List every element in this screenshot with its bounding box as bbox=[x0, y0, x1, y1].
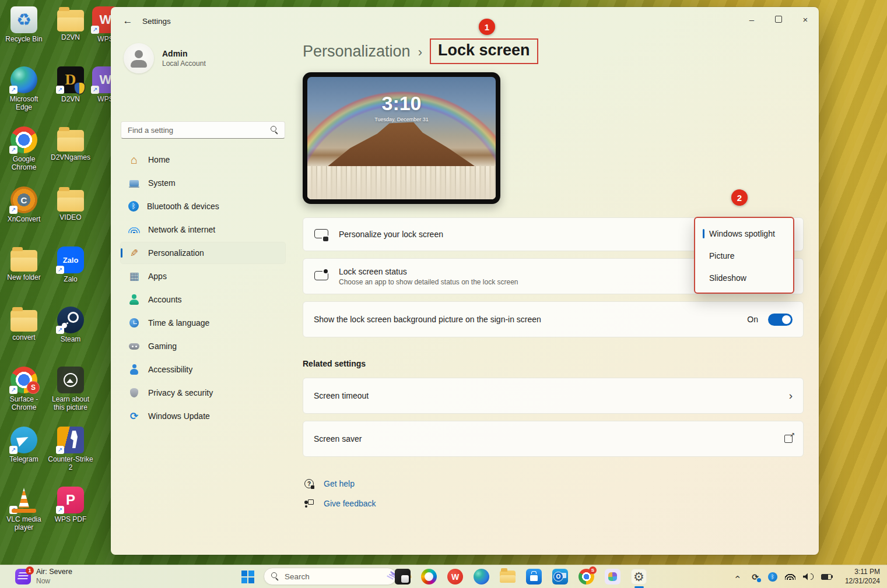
wps-office-icon[interactable] bbox=[447, 569, 463, 585]
minimize-button[interactable]: – bbox=[738, 7, 765, 31]
desktop-icon-xnconvert[interactable]: ↗XnConvert bbox=[1, 184, 47, 244]
widgets-button[interactable]: 1 Air: Severe Now bbox=[15, 565, 72, 588]
taskbar-search-box[interactable] bbox=[264, 568, 397, 585]
microsoft-store-icon[interactable] bbox=[526, 569, 542, 585]
desktop-icon-convert[interactable]: convert bbox=[1, 304, 47, 364]
sidebar-item-label: Privacy & security bbox=[148, 388, 213, 397]
shortcut-arrow-icon: ↗ bbox=[9, 386, 17, 394]
avatar bbox=[124, 43, 154, 73]
lock-screen-icon bbox=[314, 227, 329, 242]
desktop-icon-zalo[interactable]: ↗Zalo bbox=[48, 244, 93, 304]
back-button[interactable]: ← bbox=[118, 12, 138, 30]
selection-pill bbox=[121, 248, 122, 258]
sign-in-background-toggle[interactable] bbox=[768, 314, 793, 326]
row-title: Personalize your lock screen bbox=[339, 230, 443, 239]
sidebar-item-time-language[interactable]: Time & language bbox=[121, 312, 285, 333]
sidebar-item-personalization[interactable]: Personalization bbox=[121, 242, 285, 263]
edge-icon[interactable] bbox=[474, 569, 489, 585]
desktop-icon-steam[interactable]: ↗Steam bbox=[48, 304, 93, 364]
window-title: Settings bbox=[142, 17, 171, 26]
recycle-bin-icon bbox=[10, 6, 37, 33]
desktop-icon-wps-pdf[interactable]: ↗WPS PDF bbox=[48, 484, 93, 544]
file-explorer-icon[interactable] bbox=[500, 571, 516, 583]
sidebar-item-accounts[interactable]: Accounts bbox=[121, 289, 285, 310]
zalo-icon: ↗ bbox=[57, 247, 84, 273]
related-row-screen-timeout[interactable]: Screen timeout› bbox=[303, 378, 804, 414]
desktop-icon-d2vngames[interactable]: D2VNgames bbox=[48, 124, 93, 184]
sync-icon[interactable] bbox=[750, 572, 760, 582]
desktop-icon-telegram[interactable]: ↗Telegram bbox=[1, 424, 47, 484]
sidebar-item-system[interactable]: System bbox=[121, 172, 285, 193]
desktop-icon-surface-chrome[interactable]: ↗Surface - Chrome bbox=[1, 364, 47, 424]
related-row-screen-saver[interactable]: Screen saver bbox=[303, 421, 804, 457]
sidebar-item-windows-update[interactable]: Windows Update bbox=[121, 406, 285, 427]
battery-icon[interactable] bbox=[821, 572, 832, 582]
sidebar-item-home[interactable]: Home bbox=[121, 149, 285, 170]
volume-icon[interactable] bbox=[803, 572, 814, 582]
desktop-icon-microsoft-edge[interactable]: ↗Microsoft Edge bbox=[1, 64, 47, 124]
sign-in-background-row: Show the lock screen background picture … bbox=[303, 301, 804, 337]
close-button[interactable]: × bbox=[792, 7, 819, 31]
copilot-icon[interactable] bbox=[421, 569, 437, 585]
account-name: Admin bbox=[162, 49, 206, 58]
widget-title: Air: Severe bbox=[36, 568, 72, 577]
give-feedback-link[interactable]: Give feedback bbox=[304, 497, 376, 510]
settings-icon[interactable] bbox=[631, 569, 647, 585]
dropdown-option-slideshow[interactable]: Slideshow bbox=[695, 267, 793, 289]
account-card[interactable]: Admin Local Account bbox=[124, 43, 206, 73]
taskbar-clock[interactable]: 3:11 PM 12/31/2024 bbox=[845, 565, 880, 588]
breadcrumb-parent[interactable]: Personalization bbox=[303, 43, 411, 61]
sidebar-item-accessibility[interactable]: Accessibility bbox=[121, 359, 285, 380]
chrome-icon[interactable] bbox=[579, 569, 594, 585]
outlook-icon[interactable] bbox=[552, 569, 568, 585]
sidebar-item-bluetooth-devices[interactable]: Bluetooth & devices bbox=[121, 196, 285, 217]
sidebar-item-apps[interactable]: Apps bbox=[121, 266, 285, 287]
desktop-icon-recycle-bin[interactable]: Recycle Bin bbox=[1, 3, 47, 64]
breadcrumb: Personalization › Lock screen bbox=[303, 37, 538, 65]
vlc-icon: ↗ bbox=[10, 487, 37, 513]
sidebar-item-label: System bbox=[148, 178, 176, 188]
cs2-icon: ↗ bbox=[57, 427, 84, 453]
taskbar-search-input[interactable] bbox=[279, 572, 389, 582]
notification-badge: 1 bbox=[26, 566, 34, 575]
desktop-icon-video[interactable]: VIDEO bbox=[48, 184, 93, 244]
settings-nav: HomeSystemBluetooth & devicesNetwork & i… bbox=[121, 149, 285, 429]
home-icon bbox=[128, 154, 140, 166]
desktop-icon-counter-strike-2[interactable]: ↗Counter-Strike 2 bbox=[48, 424, 93, 484]
bluetooth-icon[interactable] bbox=[768, 572, 777, 582]
get-help-link[interactable]: Get help bbox=[304, 477, 376, 491]
sidebar-item-label: Network & internet bbox=[148, 225, 215, 234]
picture-info-icon bbox=[57, 367, 84, 393]
desktop-icon-new-folder[interactable]: New folder bbox=[1, 244, 47, 304]
dropdown-option-picture[interactable]: Picture bbox=[695, 245, 793, 267]
taskbar: 1 Air: Severe Now 3:11 PM 12/31/2024 bbox=[0, 565, 887, 588]
dropdown-option-windows-spotlight[interactable]: Windows spotlight bbox=[695, 223, 793, 245]
sidebar-item-privacy-security[interactable]: Privacy & security bbox=[121, 382, 285, 403]
wifi-icon[interactable] bbox=[785, 572, 795, 582]
find-setting-input[interactable] bbox=[121, 126, 271, 135]
widget-subtitle: Now bbox=[36, 577, 72, 586]
desktop-icon-learn-about-this-picture[interactable]: Learn about this picture bbox=[48, 364, 93, 424]
folder-icon bbox=[57, 190, 84, 212]
sidebar-item-network-internet[interactable]: Network & internet bbox=[121, 219, 285, 240]
chevron-up-icon[interactable] bbox=[732, 572, 742, 582]
sidebar-item-gaming[interactable]: Gaming bbox=[121, 336, 285, 357]
gaming-icon bbox=[128, 340, 140, 352]
sidebar-item-label: Personalization bbox=[148, 248, 204, 258]
photos-icon[interactable] bbox=[605, 569, 620, 585]
maximize-button[interactable] bbox=[765, 7, 792, 31]
time-icon bbox=[128, 317, 140, 329]
desktop-icon-google-chrome[interactable]: ↗Google Chrome bbox=[1, 124, 47, 184]
folder-icon bbox=[10, 310, 37, 332]
shortcut-arrow-icon: ↗ bbox=[91, 26, 99, 34]
task-view-icon[interactable] bbox=[395, 569, 411, 585]
edge-icon: ↗ bbox=[10, 66, 37, 93]
d2vn-icon: ↗ bbox=[57, 66, 84, 93]
personalization-icon bbox=[128, 247, 140, 259]
shortcut-arrow-icon: ↗ bbox=[9, 86, 17, 94]
sidebar-item-label: Gaming bbox=[148, 341, 177, 351]
desktop-icon-vlc-media-player[interactable]: ↗VLC media player bbox=[1, 484, 47, 544]
start-button[interactable] bbox=[239, 568, 257, 586]
bluetooth-icon bbox=[128, 201, 139, 212]
tray-time: 3:11 PM bbox=[845, 568, 880, 577]
